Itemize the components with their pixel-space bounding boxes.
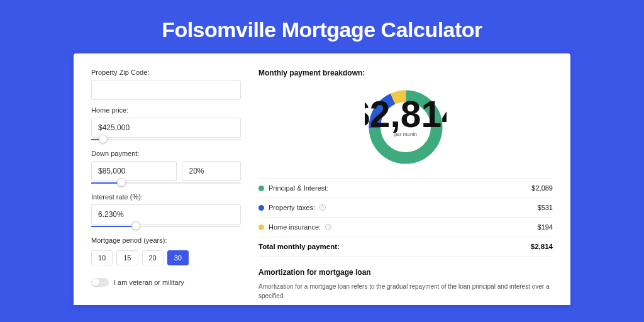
slider-thumb[interactable]	[99, 135, 108, 143]
period-10-button[interactable]: 10	[91, 250, 113, 265]
down-payment-input[interactable]	[91, 161, 177, 181]
home-price-input[interactable]	[91, 118, 241, 138]
veteran-toggle[interactable]	[91, 278, 109, 287]
legend-value: $531	[538, 204, 553, 211]
dot-icon	[258, 205, 264, 211]
inputs-panel: Property Zip Code: Home price: Down paym…	[91, 69, 241, 290]
legend-value: $194	[538, 223, 553, 231]
toggle-knob	[92, 279, 99, 286]
donut-center-sub: per month	[394, 131, 417, 137]
interest-rate-input[interactable]	[91, 204, 241, 225]
total-row: Total monthly payment: $2,814	[258, 236, 553, 257]
amortization-title: Amortization for mortgage loan	[258, 268, 553, 277]
donut-chart: $2,814 per month	[258, 86, 553, 168]
slider-fill	[91, 226, 136, 227]
down-payment-label: Down payment:	[91, 150, 241, 157]
down-payment-slider[interactable]	[91, 180, 241, 187]
legend-principal: Principal & Interest: $2,089	[258, 178, 553, 197]
home-price-label: Home price:	[91, 106, 241, 114]
home-price-slider[interactable]	[91, 137, 241, 143]
down-payment-pct-input[interactable]	[182, 161, 241, 181]
breakdown-panel: Monthly payment breakdown: $2,814 per mo…	[258, 69, 553, 290]
legend-label: Principal & Interest:	[269, 184, 328, 192]
breakdown-title: Monthly payment breakdown:	[258, 69, 553, 77]
info-icon[interactable]: ?	[325, 224, 331, 230]
info-icon[interactable]: ?	[319, 204, 326, 211]
total-label: Total monthly payment:	[258, 243, 340, 250]
total-value: $2,814	[531, 243, 553, 250]
legend-insurance: Home insurance: ? $194	[258, 217, 553, 236]
legend-taxes: Property taxes: ? $531	[258, 197, 553, 217]
period-30-button[interactable]: 30	[167, 250, 189, 265]
period-label: Mortgage period (years):	[91, 236, 241, 244]
period-15-button[interactable]: 15	[116, 250, 138, 265]
donut-center-value: $2,814	[365, 94, 447, 135]
interest-rate-label: Interest rate (%):	[91, 193, 241, 201]
period-buttons: 10 15 20 30	[91, 250, 241, 265]
calculator-card: Property Zip Code: Home price: Down paym…	[74, 53, 570, 305]
legend-value: $2,089	[531, 184, 553, 192]
dot-icon	[258, 225, 264, 230]
zip-label: Property Zip Code:	[91, 69, 241, 76]
legend-label: Property taxes:	[269, 204, 315, 211]
dot-icon	[258, 186, 264, 191]
page-title: Folsomville Mortgage Calculator	[0, 0, 644, 53]
slider-thumb[interactable]	[131, 221, 140, 230]
veteran-label: I am veteran or military	[114, 279, 184, 286]
interest-rate-slider[interactable]	[91, 224, 241, 230]
slider-thumb[interactable]	[117, 178, 126, 187]
legend-label: Home insurance:	[269, 223, 321, 231]
zip-input[interactable]	[91, 80, 241, 100]
slider-track	[91, 139, 241, 140]
amortization-text: Amortization for a mortgage loan refers …	[258, 282, 553, 301]
period-20-button[interactable]: 20	[142, 250, 164, 265]
